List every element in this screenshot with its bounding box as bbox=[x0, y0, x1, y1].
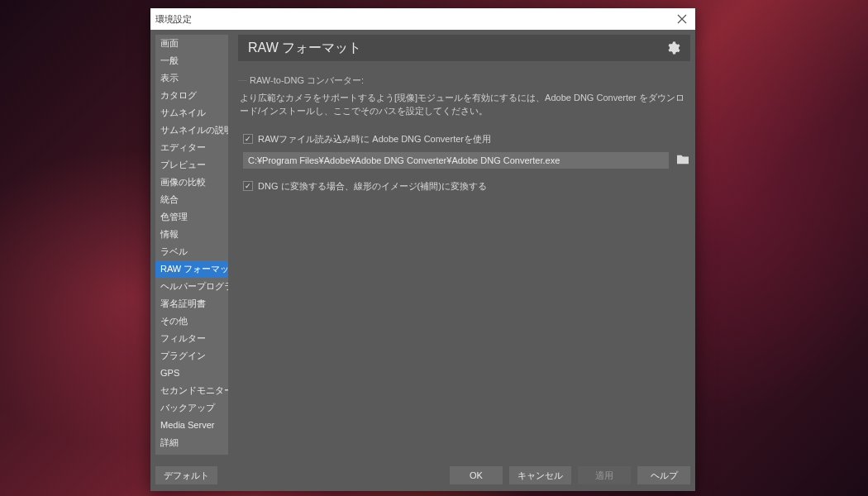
settings-button[interactable] bbox=[665, 41, 680, 55]
sidebar-item[interactable]: 画面 bbox=[155, 35, 228, 52]
sidebar-item[interactable]: サムネイル bbox=[155, 104, 228, 122]
converter-path-row bbox=[238, 152, 690, 177]
sidebar-item[interactable]: 統合 bbox=[155, 191, 228, 208]
gear-icon bbox=[665, 41, 680, 55]
content-area: RAW フォーマット RAW-to-DNG コンバーター: より広範なカメラをサ… bbox=[238, 35, 690, 455]
browse-button[interactable] bbox=[675, 154, 690, 167]
titlebar: 環境設定 bbox=[150, 8, 695, 30]
default-button[interactable]: デフォルト bbox=[155, 466, 217, 484]
use-dng-converter-row: ✓ RAWファイル読み込み時に Adobe DNG Converterを使用 bbox=[238, 130, 690, 152]
sidebar-item[interactable]: プレビュー bbox=[155, 156, 228, 174]
section-description: より広範なカメラをサポートするよう[現像]モジュールを有効にするには、Adobe… bbox=[238, 92, 690, 130]
help-button[interactable]: ヘルプ bbox=[637, 466, 690, 484]
dialog-footer: デフォルト OK キャンセル 適用 ヘルプ bbox=[150, 460, 695, 491]
sidebar-item[interactable]: 画像の比較 bbox=[155, 174, 228, 191]
content-header: RAW フォーマット bbox=[238, 35, 690, 61]
close-button[interactable] bbox=[674, 11, 690, 27]
use-dng-converter-checkbox[interactable]: ✓ bbox=[243, 134, 253, 144]
sidebar-item[interactable]: ラベル bbox=[155, 243, 228, 260]
sidebar: 画面一般表示カタログサムネイルサムネイルの説明エディタープレビュー画像の比較統合… bbox=[155, 35, 228, 455]
linear-image-checkbox[interactable]: ✓ bbox=[243, 181, 253, 191]
dialog-body: 画面一般表示カタログサムネイルサムネイルの説明エディタープレビュー画像の比較統合… bbox=[150, 30, 695, 460]
sidebar-item[interactable]: ヘルパープログラム bbox=[155, 278, 228, 295]
sidebar-item[interactable]: バックアップ bbox=[155, 399, 228, 417]
sidebar-item[interactable]: サムネイルの説明 bbox=[155, 122, 228, 139]
raw-format-panel: RAW-to-DNG コンバーター: より広範なカメラをサポートするよう[現像]… bbox=[238, 61, 690, 199]
sidebar-item[interactable]: フィルター bbox=[155, 330, 228, 347]
close-icon bbox=[677, 14, 687, 24]
section-title: RAW-to-DNG コンバーター: bbox=[238, 71, 690, 92]
sidebar-item[interactable]: カタログ bbox=[155, 87, 228, 104]
sidebar-item[interactable]: 色管理 bbox=[155, 208, 228, 226]
sidebar-item[interactable]: セカンドモニター bbox=[155, 382, 228, 399]
cancel-button[interactable]: キャンセル bbox=[509, 466, 571, 484]
linear-image-label: DNG に変換する場合、線形のイメージ(補間)に変換する bbox=[258, 180, 487, 193]
sidebar-item[interactable]: 情報 bbox=[155, 226, 228, 243]
sidebar-item[interactable]: Media Server bbox=[155, 417, 228, 434]
converter-path-input[interactable] bbox=[243, 152, 669, 169]
dialog-title: 環境設定 bbox=[155, 13, 674, 26]
ok-button[interactable]: OK bbox=[450, 466, 503, 484]
sidebar-item[interactable]: エディター bbox=[155, 139, 228, 156]
linear-image-row: ✓ DNG に変換する場合、線形のイメージ(補間)に変換する bbox=[238, 177, 690, 199]
sidebar-item[interactable]: RAW フォーマット bbox=[155, 260, 228, 278]
use-dng-converter-label: RAWファイル読み込み時に Adobe DNG Converterを使用 bbox=[258, 133, 491, 145]
content-header-title: RAW フォーマット bbox=[248, 40, 665, 57]
sidebar-item[interactable]: GPS bbox=[155, 365, 228, 382]
folder-icon bbox=[675, 154, 690, 165]
sidebar-item[interactable]: 署名証明書 bbox=[155, 295, 228, 312]
sidebar-item[interactable]: 表示 bbox=[155, 69, 228, 87]
sidebar-item[interactable]: 一般 bbox=[155, 52, 228, 69]
apply-button: 適用 bbox=[578, 466, 631, 484]
sidebar-item[interactable]: 詳細 bbox=[155, 434, 228, 451]
sidebar-item[interactable]: その他 bbox=[155, 312, 228, 330]
sidebar-item[interactable]: プラグイン bbox=[155, 347, 228, 365]
preferences-dialog: 環境設定 画面一般表示カタログサムネイルサムネイルの説明エディタープレビュー画像… bbox=[150, 8, 695, 491]
